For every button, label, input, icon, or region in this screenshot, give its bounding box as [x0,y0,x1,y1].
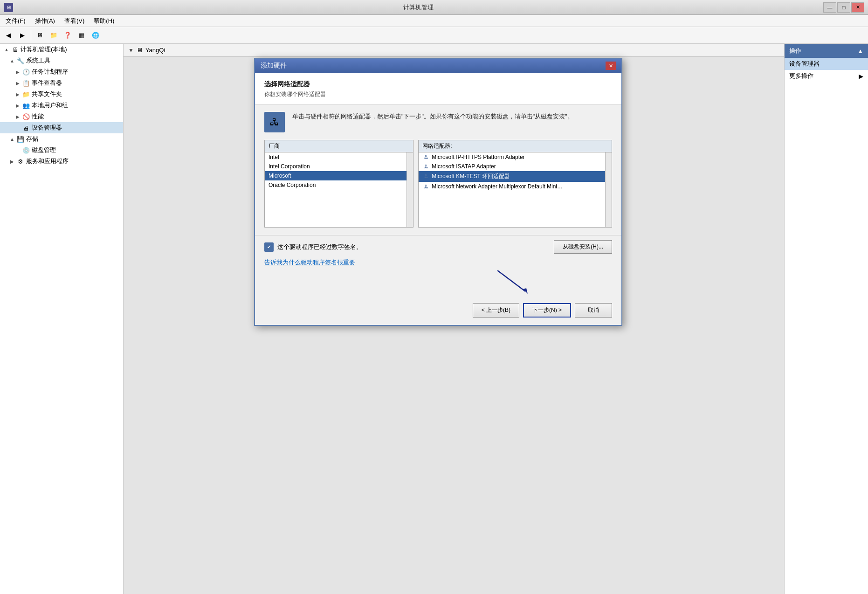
adapter-icon-https: 🖧 [422,154,430,160]
arrow-area [255,270,621,298]
toggle-shared: ▶ [15,91,21,97]
svg-marker-1 [523,288,528,294]
toggle-event: ▶ [15,80,21,86]
sidebar-item-storage[interactable]: ▲ 💾 存储 [0,133,123,145]
arrow-annotation [451,270,544,294]
toolbar-separator [31,30,31,41]
tools-icon: 🔧 [17,57,24,64]
sidebar-item-shared-folders[interactable]: ▶ 📁 共享文件夹 [0,89,123,100]
adapter-item-isatap[interactable]: 🖧 Microsoft ISATAP Adapter [419,162,612,171]
actions-title: 操作 [789,47,801,55]
toggle-users: ▶ [15,103,21,108]
menu-help[interactable]: 帮助(H) [90,16,118,26]
toggle-system-tools: ▲ [9,58,15,63]
close-button[interactable]: ✕ [851,2,864,13]
sidebar: ▲ 🖥 计算机管理(本地) ▲ 🔧 系统工具 ▶ 🕐 任务计划程序 ▶ 📋 事件… [0,44,124,594]
dialog-close-button[interactable]: ✕ [606,62,616,70]
back-button[interactable]: < 上一步(B) [473,303,519,318]
sidebar-item-local-users[interactable]: ▶ 👥 本地用户和组 [0,100,123,111]
cancel-button[interactable]: 取消 [575,303,612,318]
signature-icon: ✔ [264,242,274,252]
sidebar-item-system-tools[interactable]: ▲ 🔧 系统工具 [0,55,123,66]
grid-icon-btn[interactable]: ▦ [75,29,88,42]
adapter-list-scrollbar[interactable] [605,152,612,227]
vendor-list-header: 厂商 [265,140,413,152]
users-icon: 👥 [22,102,30,109]
sidebar-item-device-manager[interactable]: 🖨 设备管理器 [0,122,123,133]
app-icon: 🖥 [4,3,13,12]
vendor-item-intel[interactable]: Intel [265,152,413,162]
sidebar-item-disk-mgmt[interactable]: 💿 磁盘管理 [0,145,123,156]
actions-header: 操作 ▲ [785,44,868,58]
toolbar: ◀ ▶ 🖥 📁 ❓ ▦ 🌐 [0,27,868,44]
help-icon: ❓ [64,32,71,39]
dialog-title-bar: 添加硬件 ✕ [255,59,621,73]
help-icon-btn[interactable]: ❓ [61,29,74,42]
adapter-icon-isatap: 🖧 [422,163,430,170]
step-header: 选择网络适配器 你想安装哪个网络适配器 [255,73,621,104]
sidebar-label-perf: 性能 [32,112,44,121]
signature-link-area: 告诉我为什么驱动程序签名很重要 [255,258,621,270]
add-hardware-dialog: 添加硬件 ✕ 选择网络适配器 你想安装哪个网络适配器 🖧 [254,58,622,326]
network-icon-btn[interactable]: 🌐 [89,29,102,42]
vendor-list-box: 厂商 Intel Intel Corporation Microsoft [264,140,413,228]
dialog-title: 添加硬件 [261,62,287,70]
computer-icon: 🖥 [37,32,43,39]
sidebar-item-services[interactable]: ▶ ⚙ 服务和应用程序 [0,156,123,167]
sidebar-root-label: 计算机管理(本地) [21,45,67,54]
menu-file[interactable]: 文件(F) [2,16,29,26]
vendor-intel-label: Intel [269,154,279,160]
list-section: 厂商 Intel Intel Corporation Microsoft [255,140,621,235]
vendor-oracle-label: Oracle Corporation [269,182,316,188]
folder-icon-btn[interactable]: 📁 [47,29,60,42]
main-layout: ▲ 🖥 计算机管理(本地) ▲ 🔧 系统工具 ▶ 🕐 任务计划程序 ▶ 📋 事件… [0,44,868,594]
sidebar-item-performance[interactable]: ▶ 🚫 性能 [0,111,123,122]
back-button[interactable]: ◀ [2,29,15,42]
next-button[interactable]: 下一步(N) > [523,303,571,318]
adapter-list-content[interactable]: 🖧 Microsoft IP-HTTPS Platform Adapter 🖧 … [419,152,612,227]
vendor-item-intel-corp[interactable]: Intel Corporation [265,162,413,171]
minimize-button[interactable]: — [823,2,836,13]
vendor-list-content[interactable]: Intel Intel Corporation Microsoft Oracle… [265,152,413,227]
toggle-task: ▶ [15,69,21,75]
computer-icon-btn[interactable]: 🖥 [33,29,46,42]
actions-collapse-icon[interactable]: ▲ [857,48,863,55]
forward-button[interactable]: ▶ [16,29,29,42]
maximize-button[interactable]: □ [837,2,850,13]
sidebar-item-task-scheduler[interactable]: ▶ 🕐 任务计划程序 [0,66,123,77]
perf-icon: 🚫 [22,113,30,120]
adapter-list-header: 网络适配器: [419,140,612,152]
sidebar-label-disk: 磁盘管理 [32,146,56,154]
adapter-item-km-test[interactable]: 🖧 Microsoft KM-TEST 环回适配器 [419,171,612,182]
adapter-item-multiplexor[interactable]: 🖧 Microsoft Network Adapter Multiplexor … [419,182,612,191]
sidebar-label-services: 服务和应用程序 [26,157,69,166]
storage-icon: 💾 [17,135,24,143]
adapter-item-https[interactable]: 🖧 Microsoft IP-HTTPS Platform Adapter [419,152,612,162]
install-from-disk-button[interactable]: 从磁盘安装(H)... [554,240,612,254]
forward-icon: ▶ [20,32,25,39]
vendor-item-microsoft[interactable]: Microsoft [265,171,413,180]
menu-bar: 文件(F) 操作(A) 查看(V) 帮助(H) [0,15,868,27]
sidebar-label-task: 任务计划程序 [32,68,68,76]
instruction-text: 单击与硬件相符的网络适配器，然后单击"下一步"。如果你有这个功能的安装磁盘，请单… [292,112,573,121]
toggle-storage: ▲ [9,136,15,142]
dialog-overlay: 添加硬件 ✕ 选择网络适配器 你想安装哪个网络适配器 🖧 [124,44,784,594]
dialog-body: 选择网络适配器 你想安装哪个网络适配器 🖧 单击与硬件相符的网络适配器，然后单击… [255,73,621,325]
adapter-isatap-label: Microsoft ISATAP Adapter [432,163,496,170]
adapter-https-label: Microsoft IP-HTTPS Platform Adapter [432,154,524,160]
menu-view[interactable]: 查看(V) [61,16,88,26]
sidebar-item-event-viewer[interactable]: ▶ 📋 事件查看器 [0,77,123,89]
title-bar: 🖥 计算机管理 — □ ✕ [0,0,868,15]
signature-link[interactable]: 告诉我为什么驱动程序签名很重要 [264,259,355,266]
event-icon: 📋 [22,79,30,87]
vendor-item-oracle[interactable]: Oracle Corporation [265,180,413,190]
menu-action[interactable]: 操作(A) [31,16,59,26]
vendor-list-scrollbar[interactable] [406,152,413,227]
actions-more-label: 更多操作 [789,72,813,80]
actions-item-more[interactable]: 更多操作 ▶ [785,70,868,82]
sidebar-label-users: 本地用户和组 [32,101,68,110]
dialog-footer: ✔ 这个驱动程序已经过数字签名。 从磁盘安装(H)... [255,235,621,258]
sidebar-root[interactable]: ▲ 🖥 计算机管理(本地) [0,44,123,55]
grid-icon: ▦ [79,32,84,39]
actions-item-device-manager[interactable]: 设备管理器 [785,58,868,70]
